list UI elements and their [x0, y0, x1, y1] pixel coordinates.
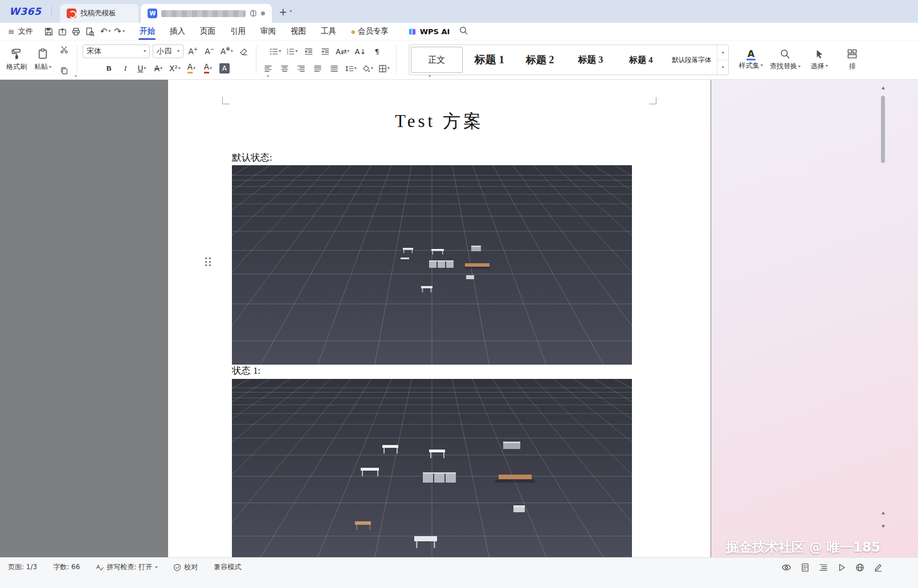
new-tab-button[interactable]: + ▾ [279, 6, 292, 18]
style-heading-2[interactable]: 标题 2 [515, 45, 565, 75]
document-page[interactable]: Test 方案 默认状态: [168, 80, 711, 557]
file-menu-button[interactable]: ≡ 文件 [8, 26, 33, 36]
tab-view[interactable]: 视图 [291, 23, 306, 40]
decrease-indent-button[interactable] [301, 44, 315, 58]
font-color-button[interactable]: A▾ [201, 62, 215, 75]
style-normal[interactable]: 正文 [411, 47, 463, 73]
tab-insert[interactable]: 插入 [170, 23, 185, 40]
justify-button[interactable] [311, 62, 325, 75]
plus-icon: + [279, 6, 287, 18]
font-name-select[interactable]: 宋体 ▾ [83, 44, 150, 58]
bold-button[interactable]: B [102, 62, 116, 75]
align-right-button[interactable] [295, 62, 308, 75]
group-launcher-caret[interactable]: ▾ [429, 74, 431, 79]
highlight-color-button[interactable]: A▾ [185, 62, 198, 75]
style-heading-1[interactable]: 标题 1 [464, 45, 515, 75]
redo-button[interactable]: ↷ ▾ [114, 26, 125, 36]
tab-member[interactable]: ◆ 会员专享 [351, 23, 389, 40]
format-painter-icon [11, 48, 22, 59]
previous-page-button[interactable]: ▲ [879, 508, 887, 517]
show-marks-button[interactable]: ¶ [370, 44, 383, 58]
caret-down-icon: ▾ [177, 49, 179, 54]
word-count[interactable]: 字数: 66 [53, 562, 80, 572]
find-replace-button[interactable]: 查找替换▾ [768, 42, 803, 77]
tab-document-active[interactable]: W [141, 4, 272, 23]
style-gallery-expand-button[interactable]: ▾ [717, 60, 728, 75]
align-center-button[interactable] [278, 62, 292, 75]
select-button[interactable]: 选择▾ [803, 42, 836, 77]
paragraph-state-1[interactable]: 状态 1: [232, 365, 260, 377]
tab-home[interactable]: 开始 [140, 23, 155, 40]
paragraph-default-state[interactable]: 默认状态: [232, 152, 272, 164]
indent-icon [321, 47, 329, 56]
group-launcher-caret[interactable]: ▾ [75, 74, 77, 79]
undo-button[interactable]: ↶ ▾ [100, 26, 111, 36]
character-shading-button[interactable]: A [218, 62, 231, 75]
paragraph-drag-handle[interactable] [205, 258, 213, 268]
play-slideshow-icon[interactable] [837, 563, 846, 572]
tab-template[interactable]: 找稿壳模板 [60, 4, 138, 23]
output-button[interactable] [56, 25, 70, 38]
page-view-icon[interactable] [801, 563, 810, 572]
distribute-button[interactable] [328, 62, 341, 75]
grow-font-button[interactable]: A+ [186, 44, 200, 58]
next-page-button[interactable]: ▼ [879, 522, 887, 531]
format-painter-button[interactable]: 格式刷 [3, 42, 30, 77]
bullet-list-button[interactable]: ▾ [268, 44, 282, 58]
wps-window: W365 找稿壳模板 W + ▾ ≡ 文件 ↶ ▾ [0, 0, 918, 588]
shading-button[interactable]: ▾ [361, 62, 374, 75]
style-scroll-up-button[interactable]: ▾ [717, 45, 728, 60]
search-icon[interactable] [459, 26, 468, 37]
style-default-font[interactable]: 默认段落字体 [666, 45, 717, 75]
wps-logo[interactable]: W365 [9, 6, 41, 17]
tab-reference[interactable]: 引用 [230, 23, 246, 40]
proofread-button[interactable]: 校对 [173, 562, 198, 572]
save-button[interactable] [42, 25, 56, 38]
numbered-list-button[interactable]: 123▾ [285, 44, 299, 58]
shrink-font-button[interactable]: A− [203, 44, 217, 58]
tab-split-icon[interactable] [250, 10, 257, 17]
copy-button[interactable] [57, 63, 71, 77]
text-direction-button[interactable]: A⇄▾ [334, 44, 350, 58]
style-heading-4[interactable]: 标题 4 [616, 45, 667, 75]
page-indicator[interactable]: 页面: 1/3 [8, 562, 37, 572]
edit-pen-icon[interactable] [874, 563, 883, 572]
tab-review[interactable]: 审阅 [260, 23, 276, 40]
outline-view-icon[interactable] [819, 563, 828, 572]
clear-format-button[interactable] [237, 44, 251, 58]
embedded-image-default-state[interactable] [232, 165, 632, 365]
window-tab-bar: W365 找稿壳模板 W + ▾ [0, 0, 918, 23]
web-layout-icon[interactable] [855, 563, 864, 572]
line-spacing-button[interactable]: ▾ [344, 62, 358, 75]
document-title[interactable]: Test 方案 [168, 109, 711, 133]
spellcheck-toggle[interactable]: 拼写检查: 打开 ▾ [96, 562, 157, 572]
scrollbar-thumb[interactable] [881, 96, 885, 163]
sort-button[interactable]: A↓ [353, 44, 367, 58]
clipped-ribbon-button[interactable]: 排 [836, 42, 869, 77]
text-effects-button[interactable]: A✻▾ [219, 44, 234, 58]
increase-indent-button[interactable] [318, 44, 332, 58]
print-button[interactable] [70, 25, 83, 38]
strikethrough-button[interactable]: A▾ [152, 62, 165, 75]
tab-page[interactable]: 页面 [200, 23, 215, 40]
tab-tools[interactable]: 工具 [321, 23, 336, 40]
eye-protect-icon[interactable] [781, 562, 791, 573]
group-launcher-caret[interactable]: ▾ [267, 74, 269, 79]
cut-button[interactable] [57, 43, 71, 56]
margin-cropmark-right [649, 97, 656, 104]
wps-ai-button[interactable]: WPS AI [408, 27, 450, 36]
wps-writer-icon: W [148, 9, 157, 18]
underline-button[interactable]: U▾ [135, 62, 149, 75]
style-set-button[interactable]: A 样式集▾ [735, 42, 768, 77]
italic-button[interactable]: I [119, 62, 132, 75]
scroll-up-button[interactable]: ▲ [879, 83, 887, 92]
print-preview-button[interactable] [83, 25, 97, 38]
paste-button[interactable]: 粘贴▾ [30, 42, 56, 77]
embedded-image-state-1[interactable] [232, 379, 632, 557]
vertical-scrollbar[interactable]: ▲ ▲ ▼ [879, 80, 887, 557]
superscript-button[interactable]: X²▾ [168, 62, 182, 75]
align-left-icon [264, 64, 272, 73]
font-size-select[interactable]: 小四 ▾ [153, 44, 183, 58]
borders-button[interactable]: ▾ [377, 62, 391, 75]
style-heading-3[interactable]: 标题 3 [565, 45, 616, 75]
